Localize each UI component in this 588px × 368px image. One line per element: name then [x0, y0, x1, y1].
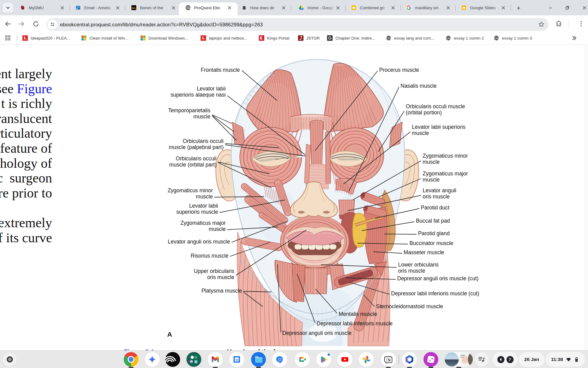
svg-text:Parotid duct: Parotid duct	[421, 205, 450, 211]
svg-text:Depressor anguli oris muscle: Depressor anguli oris muscle	[282, 330, 352, 336]
svg-text:Levator labii: Levator labii	[189, 203, 218, 209]
svg-text:Sternocleidomastoid muscle: Sternocleidomastoid muscle	[376, 303, 443, 309]
svg-text:Levator labii: Levator labii	[197, 86, 226, 92]
svg-text:Zygomaticus minor: Zygomaticus minor	[423, 153, 468, 159]
svg-text:Buccal fat pad: Buccal fat pad	[416, 218, 450, 224]
svg-text:muscle: muscle	[423, 177, 439, 183]
svg-text:Depressor labii inferioris mus: Depressor labii inferioris muscle (cut)	[391, 290, 479, 297]
svg-text:Zygomaticus major: Zygomaticus major	[180, 220, 226, 226]
svg-text:Orbicularis occuli: Orbicularis occuli	[183, 138, 224, 144]
svg-text:Orbicularis occuli muscle: Orbicularis occuli muscle	[406, 103, 465, 109]
svg-text:superioris muscle: superioris muscle	[176, 209, 218, 215]
svg-text:Depressor labii inferioris mus: Depressor labii inferioris muscle	[317, 320, 393, 327]
svg-text:Procerus muscle: Procerus muscle	[379, 67, 419, 73]
svg-text:Mentalis muscle: Mentalis muscle	[339, 311, 377, 317]
svg-text:31: 31	[235, 358, 239, 361]
svg-text:Levator labii superioris: Levator labii superioris	[412, 124, 466, 130]
svg-text:muscle: muscle	[412, 130, 429, 136]
svg-text:Zygomaticus major: Zygomaticus major	[423, 171, 468, 177]
svg-text:Frontalis muscle: Frontalis muscle	[201, 67, 240, 73]
svg-text:muscle: muscle	[209, 226, 226, 232]
svg-text:Levator anguli oris muscle: Levator anguli oris muscle	[168, 239, 230, 245]
svg-text:Parotid gland: Parotid gland	[418, 230, 450, 236]
svg-text:Zygomaticus minor: Zygomaticus minor	[168, 187, 213, 194]
svg-text:muscle (palpebral part): muscle (palpebral part)	[169, 144, 224, 150]
svg-text:Nasalis muscle: Nasalis muscle	[401, 83, 437, 89]
svg-text:Temporoparietalis: Temporoparietalis	[168, 107, 210, 113]
svg-text:(orbital portion): (orbital portion)	[406, 109, 442, 116]
svg-text:N: N	[388, 358, 391, 362]
svg-text:Levator anguli: Levator anguli	[423, 187, 456, 194]
svg-text:muscle (orbital part): muscle (orbital part)	[169, 162, 217, 168]
svg-text:muscle: muscle	[194, 113, 210, 120]
svg-text:Depressor anguli oris muscle (: Depressor anguli oris muscle (cut)	[397, 275, 479, 282]
svg-text:A: A	[167, 331, 172, 338]
svg-text:Lower orbicularis: Lower orbicularis	[398, 262, 439, 268]
svg-text:muscle: muscle	[196, 194, 213, 200]
svg-text:superioris alaeque nasi: superioris alaeque nasi	[171, 92, 226, 98]
svg-text:muscle: muscle	[423, 159, 439, 165]
svg-text:oris muscle: oris muscle	[207, 274, 235, 280]
svg-text:Buccinator muscle: Buccinator muscle	[409, 240, 453, 246]
svg-text:oris muscle: oris muscle	[423, 194, 450, 200]
svg-text:Masseter muscle: Masseter muscle	[404, 249, 444, 255]
svg-text:Risorius muscle: Risorius muscle	[191, 253, 229, 259]
svg-text:Orbicularis occuli: Orbicularis occuli	[176, 155, 217, 162]
svg-text:Platysma muscle: Platysma muscle	[202, 288, 242, 294]
svg-text:oris muscle: oris muscle	[398, 268, 425, 274]
svg-text:Upper orbicularis: Upper orbicularis	[194, 268, 235, 274]
svg-text:D2L: D2L	[132, 7, 136, 10]
